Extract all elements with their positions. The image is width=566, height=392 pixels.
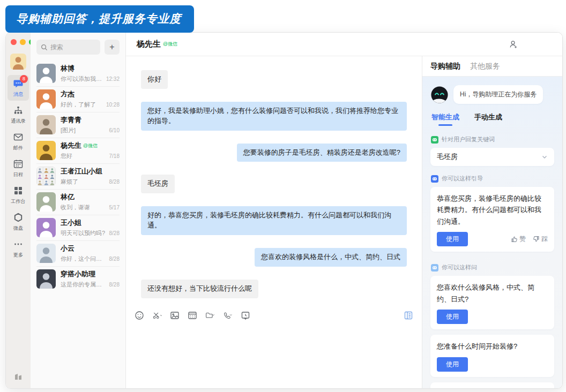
sidebar-item-messages[interactable]: 8 消息: [8, 75, 29, 101]
message-time: 12:32: [106, 76, 120, 82]
calendar-icon: [13, 159, 24, 169]
sidebar-nav: 8 消息 通讯录 邮件: [6, 75, 31, 261]
message-preview: 你好，这个问题解决了吗?: [61, 255, 107, 263]
thumbs-up-icon: [511, 236, 518, 243]
sidebar-item-workbench[interactable]: 工作台: [8, 182, 29, 208]
screenshot-icon[interactable]: [152, 311, 162, 320]
message-preview: 你可以添加我们的客服: [61, 75, 104, 83]
message-time: 8/28: [109, 179, 120, 185]
dislike-button[interactable]: 踩: [533, 235, 548, 244]
sent-message-bubble: 您要装修的房子是毛坯房、精装房还是老房改造呢?: [237, 144, 407, 162]
search-input-wrap: [36, 40, 100, 55]
contact-name: 穿搭小助理: [61, 269, 95, 279]
mail-icon: [13, 132, 24, 142]
message-preview: 收到，谢谢: [61, 203, 107, 212]
message-time: 10:28: [106, 102, 120, 108]
panel-toggle-icon[interactable]: [404, 311, 413, 320]
conversation-item[interactable]: 李青青[图片]6/10: [31, 112, 125, 138]
contact-name: 杨先生: [61, 141, 81, 150]
sent-message-bubble: 您好，我是装修助理小姚，您有什么装修问题否可以和我说，我们将推荐给您专业的指导。: [141, 102, 407, 131]
like-button[interactable]: 赞: [511, 235, 526, 244]
app-window: 8 消息 通讯录 邮件: [5, 32, 563, 389]
emoji-icon[interactable]: [135, 311, 144, 320]
conversation-item[interactable]: 林博你可以添加我们的客服12:32: [31, 61, 125, 86]
add-chat-button[interactable]: +: [105, 40, 120, 55]
message-row: 好的，恭喜您买房，装修毛坯房的确比较耗费精力。有什么问题都可以和我们沟通。: [141, 206, 407, 235]
sidebar-item-label: 日程: [13, 171, 23, 178]
group-avatar: [36, 167, 56, 186]
keyword-select[interactable]: 毛坯房: [430, 148, 554, 166]
stats-icon[interactable]: [13, 371, 23, 381]
message-input[interactable]: [126, 325, 422, 388]
ask-section-label: 你可以这样问: [431, 263, 554, 272]
robot-blue-icon: [431, 175, 438, 183]
message-preview: 明天可以预约吗?: [61, 229, 107, 237]
message-row: 您要装修的房子是毛坯房、精装房还是老房改造呢?: [141, 144, 407, 162]
assist-tabs: 导购辅助 其他服务: [422, 56, 562, 77]
message-list: 你好您好，我是装修助理小姚，您有什么装修问题否可以和我说，我们将推荐给您专业的指…: [126, 56, 422, 306]
robot-avatar: [430, 86, 449, 104]
user-avatar[interactable]: [10, 54, 26, 70]
drive-icon: [13, 212, 24, 223]
use-button[interactable]: 使用: [437, 357, 468, 372]
message-preview: 这是你的专属时尚顾问...: [61, 281, 107, 289]
contact-name: 王小姐: [61, 218, 81, 228]
chevron-down-icon: [541, 154, 548, 160]
chat-title: 杨先生: [137, 39, 161, 49]
conversation-list: + 林博你可以添加我们的客服12:32方杰好的，了解了10:28李青青[图片]6…: [31, 33, 126, 388]
conversation-item[interactable]: 杨先生@微信您好7/18: [31, 138, 125, 163]
ask-suggestion-text: 您喜欢什么装修风格，中式、简约、日式?: [437, 282, 548, 305]
dislike-label: 踩: [541, 235, 548, 244]
search-input[interactable]: [50, 43, 96, 51]
tab-other-services[interactable]: 其他服务: [470, 62, 500, 71]
contacts-icon: [13, 105, 24, 116]
ask-suggestion-card: 您喜欢什么装修风格，中式、简约、日式?使用: [430, 276, 554, 329]
conversation-item[interactable]: 王小姐明天可以预约吗?8/28: [31, 215, 125, 240]
folder-icon[interactable]: [205, 311, 215, 320]
message-preview: 好的，了解了: [61, 101, 104, 109]
close-window-button[interactable]: [11, 39, 17, 45]
sidebar-item-calendar[interactable]: 日程: [8, 155, 29, 181]
use-button[interactable]: 使用: [437, 310, 468, 324]
message-time: 8/28: [109, 230, 120, 236]
contact-name: 小云: [61, 244, 75, 253]
message-row: 您好，我是装修助理小姚，您有什么装修问题否可以和我说，我们将推荐给您专业的指导。: [141, 102, 407, 131]
chat-history-icon[interactable]: [241, 311, 250, 320]
ask-suggestion-cards: 您喜欢什么装修风格，中式、简约、日式?使用您准备什么时间开始装修?使用您有什么样…: [430, 276, 554, 388]
conversation-item[interactable]: 穿搭小助理这是你的专属时尚顾问...8/28: [31, 266, 125, 292]
generation-tabs: 智能生成 手动生成: [431, 112, 553, 126]
screen: 导购辅助回答，提升服务专业度 8 消息: [0, 0, 566, 392]
sidebar-item-label: 工作台: [11, 198, 26, 205]
app-sidebar: 8 消息 通讯录 邮件: [6, 33, 31, 388]
like-label: 赞: [519, 235, 526, 244]
guide-suggestion-card: 恭喜您买房，装修毛坯房的确比较耗费精力。有什么问题都可以和我们沟通。 使用 赞: [430, 187, 554, 252]
sidebar-item-drive[interactable]: 微盘: [8, 209, 29, 235]
contact-name: 林博: [61, 64, 75, 73]
tab-manual-generate[interactable]: 手动生成: [474, 112, 502, 126]
minimize-window-button[interactable]: [20, 39, 26, 45]
received-message-bubble: 毛坯房: [141, 175, 175, 193]
use-button[interactable]: 使用: [437, 232, 468, 246]
conversation-item[interactable]: 小云你好，这个问题解决了吗?8/28: [31, 240, 125, 266]
tab-smart-generate[interactable]: 智能生成: [431, 112, 459, 126]
phone-icon[interactable]: [223, 311, 233, 320]
guide-suggestion-text: 恭喜您买房，装修毛坯房的确比较耗费精力。有什么问题都可以和我们沟通。: [437, 193, 548, 227]
conversation-item[interactable]: 林亿收到，谢谢5/17: [31, 189, 125, 215]
tab-guide-assist[interactable]: 导购辅助: [430, 62, 460, 71]
sent-message-bubble: 您喜欢的装修风格是什么，中式、简约、日式: [255, 248, 407, 267]
assist-panel: 导购辅助 其他服务 Hi，导购助理正在为你服务: [422, 56, 562, 388]
image-icon[interactable]: [170, 311, 180, 320]
sidebar-item-more[interactable]: 更多: [8, 236, 29, 261]
more-dots-icon: [13, 239, 24, 250]
wechat-tag: @微信: [83, 142, 98, 149]
calendar-grid-icon[interactable]: [188, 311, 197, 320]
conversation-item[interactable]: 王者江山小组麻烦了8/28: [31, 163, 125, 189]
wechat-tag: @微信: [163, 41, 177, 48]
section-label-text: 你可以这样问: [442, 263, 477, 272]
sidebar-item-contacts[interactable]: 通讯录: [8, 102, 29, 127]
message-time: 6/10: [109, 127, 120, 133]
sidebar-item-mail[interactable]: 邮件: [8, 129, 29, 154]
add-member-icon[interactable]: [509, 40, 518, 49]
conversation-item[interactable]: 方杰好的，了解了10:28: [31, 86, 125, 112]
grid-icon: [13, 185, 24, 196]
